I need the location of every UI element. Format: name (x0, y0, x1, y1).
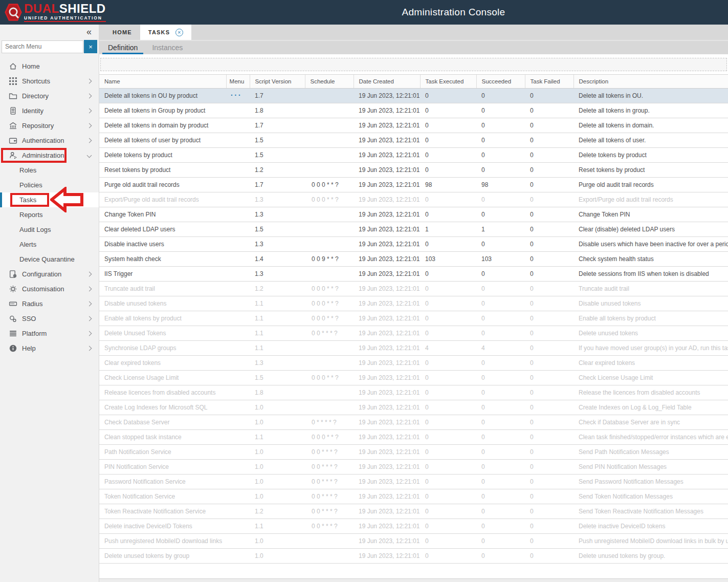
sidebar-item-repository[interactable]: Repository (0, 118, 99, 133)
chevron-right-icon (87, 109, 92, 114)
sidebar-item-home[interactable]: Home (0, 59, 99, 74)
sidebar-item-identity[interactable]: Identity (0, 103, 99, 118)
cell-description: Send PIN Notification Messages (573, 460, 728, 475)
sidebar-item-audit-logs[interactable]: Audit Logs (0, 222, 99, 237)
table-row[interactable]: Delete all tokens in Group by product1.8… (99, 103, 728, 118)
sidebar-item-sso[interactable]: SSO (0, 311, 99, 326)
column-header-task-failed[interactable]: Task Failed (525, 75, 573, 89)
tab-tasks[interactable]: TASKS × (140, 25, 191, 40)
sidebar-item-customisation[interactable]: Customisation (0, 282, 99, 296)
cell-failed: 0 (525, 118, 573, 133)
sidebar-item-administration[interactable]: Administration (0, 148, 99, 163)
search-clear-button[interactable]: × (84, 40, 97, 53)
cell-description: Release the licences from disabled accou… (573, 385, 728, 400)
sidebar-item-label: Platform (22, 330, 47, 337)
sidebar-item-shortcuts[interactable]: Shortcuts (0, 74, 99, 89)
cell-description: Delete all tokens in domain. (573, 118, 728, 133)
sidebar-item-alerts[interactable]: Alerts (0, 237, 99, 252)
cell-name: Delete all tokens of user by product (99, 133, 226, 148)
row-menu-ellipsis-icon[interactable]: ··· (231, 91, 242, 99)
table-row[interactable]: Release licences from disabled accounts1… (99, 385, 728, 400)
sidebar-item-policies[interactable]: Policies (0, 178, 99, 192)
cell-menu (226, 504, 250, 519)
sidebar-item-reports[interactable]: Reports (0, 207, 99, 222)
cell-schedule: 0 0 9 * * ? (305, 252, 354, 267)
cell-schedule: 0 * * * * ? (305, 415, 354, 430)
table-row[interactable]: Reset tokens by product1.219 Jun 2023, 1… (99, 163, 728, 178)
cell-executed: 98 (420, 178, 476, 192)
column-header-description[interactable]: Description (573, 75, 728, 89)
table-row[interactable]: Export/Purge old audit trail records1.30… (99, 192, 728, 207)
sidebar-item-radius[interactable]: Radius (0, 296, 99, 311)
column-header-date-created[interactable]: Date Created (354, 75, 420, 89)
sidebar-item-directory[interactable]: Directory (0, 89, 99, 103)
sidebar-item-tasks[interactable]: Tasks (0, 192, 99, 207)
table-row[interactable]: Token Notification Service1.00 0 * * * ?… (99, 489, 728, 504)
sidebar-item-device-quarantine[interactable]: Device Quarantine (0, 252, 99, 267)
cell-version: 1.0 (250, 534, 305, 549)
cell-description: Delete all tokens of user. (573, 133, 728, 148)
subtab-instances[interactable]: Instances (145, 41, 190, 54)
sidebar-item-label: Alerts (19, 241, 36, 248)
tab-home[interactable]: HOME (104, 25, 140, 40)
column-header-name[interactable]: Name (99, 75, 226, 89)
table-row[interactable]: Delete all tokens in OU by product···1.7… (99, 89, 728, 103)
table-row[interactable]: Disable inactive users1.319 Jun 2023, 12… (99, 237, 728, 252)
search-input[interactable] (2, 40, 83, 53)
table-row[interactable]: Clean stopped task instance1.10 0 0 * * … (99, 430, 728, 445)
table-row[interactable]: IIS Trigger1.319 Jun 2023, 12:21:01000De… (99, 267, 728, 282)
cell-description: Disable unused tokens (573, 296, 728, 311)
table-row[interactable]: Clear expired tokens1.319 Jun 2023, 12:2… (99, 356, 728, 371)
cell-description: Create Indexes on Log & Log_Field Table (573, 400, 728, 415)
table-row[interactable]: Delete inactive DeviceID Tokens1.10 0 * … (99, 519, 728, 534)
table-row[interactable]: Push unregistered MobileID download link… (99, 534, 728, 549)
directory-icon (9, 92, 17, 100)
cell-failed: 0 (525, 311, 573, 326)
table-row[interactable]: Path Notification Service1.00 0 * * * ?1… (99, 445, 728, 460)
column-header-schedule[interactable]: Schedule (305, 75, 354, 89)
cell-name: Clear expired tokens (99, 356, 226, 371)
table-row[interactable]: Password Notification Service1.00 0 * * … (99, 475, 728, 489)
close-tab-icon[interactable]: × (175, 29, 183, 36)
table-row[interactable]: Purge old audit trail records1.70 0 0 * … (99, 178, 728, 192)
table-row[interactable]: Clear deleted LDAP users1.519 Jun 2023, … (99, 222, 728, 237)
horizontal-scrollbar[interactable] (99, 578, 728, 582)
sidebar-item-roles[interactable]: Roles (0, 163, 99, 178)
sidebar-item-configuration[interactable]: Configuration (0, 267, 99, 282)
table-row[interactable]: Delete Unused Tokens1.10 0 * * * ?19 Jun… (99, 326, 728, 341)
column-header-succeeded[interactable]: Succeeded (476, 75, 525, 89)
cell-description: Disable users which have been inactive f… (573, 237, 728, 252)
table-row[interactable]: PIN Notification Service1.00 0 * * * ?19… (99, 460, 728, 475)
table-row[interactable]: Create Log Indexes for Microsoft SQL1.01… (99, 400, 728, 415)
cell-schedule (305, 400, 354, 415)
cell-version: 1.5 (250, 133, 305, 148)
table-row[interactable]: Delete unused tokens by group1.019 Jun 2… (99, 549, 728, 564)
table-row[interactable]: Delete tokens by product1.519 Jun 2023, … (99, 148, 728, 163)
table-row[interactable]: Change Token PIN1.319 Jun 2023, 12:21:01… (99, 207, 728, 222)
table-row[interactable]: System health check1.40 0 9 * * ?19 Jun … (99, 252, 728, 267)
cell-failed: 0 (525, 252, 573, 267)
sidebar-item-authentication[interactable]: Authentication (0, 133, 99, 148)
table-row[interactable]: Delete all tokens in domain by product1.… (99, 118, 728, 133)
table-row[interactable]: Check License Usage Limit1.50 0 0 * * ?1… (99, 371, 728, 385)
table-row[interactable]: Delete all tokens of user by product1.51… (99, 133, 728, 148)
cell-date: 19 Jun 2023, 12:21:01 (354, 89, 420, 103)
table-row[interactable]: Enable all tokens by product1.10 0 0 * *… (99, 311, 728, 326)
subtab-definition[interactable]: Definition (101, 41, 145, 54)
cell-menu (226, 519, 250, 534)
sidebar-collapse-icon[interactable]: « (86, 27, 92, 36)
table-row[interactable]: Disable unused tokens1.10 0 0 * * ?19 Ju… (99, 296, 728, 311)
sidebar-item-help[interactable]: Help (0, 341, 99, 356)
column-header-menu[interactable]: Menu (226, 75, 250, 89)
table-row[interactable]: Check Database Server1.00 * * * * ?19 Ju… (99, 415, 728, 430)
cell-date: 19 Jun 2023, 12:21:01 (354, 326, 420, 341)
sso-icon (9, 314, 17, 323)
table-row[interactable]: Token Reactivate Notification Service1.2… (99, 504, 728, 519)
column-header-task-executed[interactable]: Task Executed (420, 75, 476, 89)
sidebar-item-platform[interactable]: Platform (0, 326, 99, 341)
cell-date: 19 Jun 2023, 12:21:01 (354, 549, 420, 564)
table-row[interactable]: Synchronise LDAP groups1.119 Jun 2023, 1… (99, 341, 728, 356)
cell-version: 1.8 (250, 385, 305, 400)
column-header-script-version[interactable]: Script Version (250, 75, 305, 89)
table-row[interactable]: Truncate audit trail1.20 0 0 * * ?19 Jun… (99, 282, 728, 296)
